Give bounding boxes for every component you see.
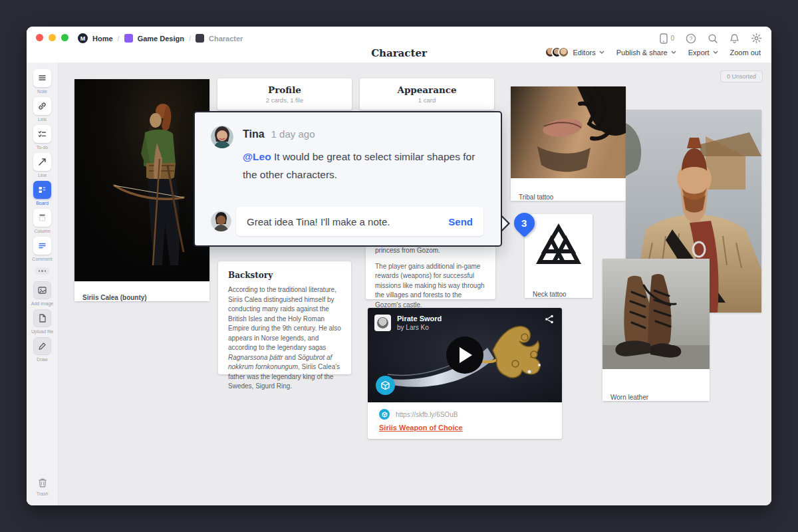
header: M Home / Game Design / Character 0 ? xyxy=(27,27,771,63)
add-image-icon xyxy=(33,281,51,299)
comment-icon xyxy=(33,237,51,255)
image-card-archer[interactable]: Siriis Calea (bounty) xyxy=(74,79,209,301)
breadcrumb-project[interactable]: Game Design xyxy=(138,35,184,43)
toolbar-item-draw[interactable]: Draw xyxy=(33,337,51,362)
svg-text:?: ? xyxy=(690,35,693,42)
mention-link[interactable]: @Leo xyxy=(243,151,271,162)
reply-field: Send xyxy=(236,207,483,236)
search-icon[interactable] xyxy=(708,33,718,44)
toolbar-label: Trash xyxy=(37,491,49,496)
toolbar-item-add-image[interactable]: Add image xyxy=(31,281,53,306)
more-tools-button[interactable] xyxy=(35,267,50,275)
settings-gear-icon[interactable] xyxy=(751,33,762,44)
embed-card-pirate-sword[interactable]: Pirate Sword by Lars Ko https://skfb.ly/… xyxy=(368,308,562,439)
popup-arrow-inner xyxy=(502,217,514,229)
sketchfab-viewer[interactable]: Pirate Sword by Lars Ko xyxy=(368,308,562,402)
toolbar-item-todo[interactable]: To-do xyxy=(33,125,51,150)
device-count: 0 xyxy=(670,35,674,42)
comment-text: It would be great to select similar shap… xyxy=(243,151,475,180)
zoom-out-button[interactable]: Zoom out xyxy=(730,49,761,57)
toolbar-label: Comment xyxy=(32,257,52,261)
toolbar-item-line[interactable]: Line xyxy=(33,153,51,178)
note-title: Backstory xyxy=(228,271,341,280)
unsorted-badge[interactable]: 0 Unsorted xyxy=(720,70,763,82)
author-avatar[interactable] xyxy=(374,315,391,331)
breadcrumb-separator: / xyxy=(189,35,191,43)
upload-file-icon xyxy=(33,309,51,327)
chevron-down-icon xyxy=(599,51,604,54)
avatar xyxy=(558,47,569,58)
breadcrumb-home[interactable]: Home xyxy=(92,35,113,43)
chevron-down-icon xyxy=(713,51,718,54)
mobile-device-icon[interactable] xyxy=(660,33,668,44)
note-paragraph: The player gains additional in-game rewa… xyxy=(375,262,486,311)
note-card-backstory[interactable]: Backstory According to the traditional l… xyxy=(218,261,351,374)
comment-timestamp: 1 day ago xyxy=(271,128,315,140)
todo-icon xyxy=(33,125,51,143)
image-caption: Worn leather xyxy=(602,385,710,401)
valknut-symbol xyxy=(534,223,583,271)
toolbar-label: Add image xyxy=(31,301,53,306)
board-icon xyxy=(33,181,51,199)
export-button[interactable]: Export xyxy=(688,49,718,57)
help-icon[interactable]: ? xyxy=(686,33,696,44)
note-icon xyxy=(33,69,51,87)
commenter-avatar xyxy=(211,126,233,148)
sketchfab-mini-icon xyxy=(379,409,390,420)
header-actions: Editors Publish & share Export Zoom out xyxy=(545,47,761,58)
zoom-out-label: Zoom out xyxy=(730,49,761,57)
left-toolbar: Note Link To-do Line Board Column xyxy=(27,63,59,505)
board-canvas[interactable]: Note Link To-do Line Board Column xyxy=(27,63,771,505)
image-card-tribal-tattoo[interactable]: Tribal tattoo xyxy=(511,86,626,201)
toolbar-item-column[interactable]: Column xyxy=(33,209,51,233)
app-logo-icon[interactable]: M xyxy=(78,33,88,43)
notifications-bell-icon[interactable] xyxy=(730,33,739,44)
boots-image xyxy=(602,259,710,369)
send-button[interactable]: Send xyxy=(448,216,473,227)
publish-label: Publish & share xyxy=(616,49,668,57)
comment-count: 3 xyxy=(521,217,527,229)
model-title: Pirate Sword xyxy=(397,315,442,323)
publish-share-button[interactable]: Publish & share xyxy=(616,49,676,57)
project-board-icon[interactable] xyxy=(124,34,133,43)
image-card-boots[interactable]: Worn leather xyxy=(602,259,710,401)
embed-title-link[interactable]: Siriis Weapon of Choice xyxy=(379,424,463,432)
share-icon[interactable] xyxy=(545,315,554,327)
toolbar-item-link[interactable]: Link xyxy=(33,97,51,122)
image-card-neck-tattoo[interactable]: Neck tattoo xyxy=(525,214,593,298)
header-title-row: Character Editors Publish & share E xyxy=(27,45,771,63)
embed-url[interactable]: https://skfb.ly/6SOuB xyxy=(396,411,458,418)
tile-meta: 2 cards, 1 file xyxy=(217,96,352,104)
traffic-lights xyxy=(36,34,68,41)
sketchfab-logo-icon[interactable] xyxy=(376,376,395,395)
toolbar-item-comment[interactable]: Comment xyxy=(32,237,52,261)
archer-image xyxy=(74,79,209,281)
toolbar-item-trash[interactable]: Trash xyxy=(27,476,58,496)
toolbar-item-note[interactable]: Note xyxy=(33,69,51,94)
toolbar-item-board[interactable]: Board xyxy=(33,181,51,205)
editors-button[interactable]: Editors xyxy=(545,47,604,58)
character-board-icon[interactable] xyxy=(196,34,204,43)
editor-avatars xyxy=(545,47,569,58)
toolbar-label: Line xyxy=(38,173,47,178)
maximize-button[interactable] xyxy=(61,34,68,41)
app-window: M Home / Game Design / Character 0 ? xyxy=(27,27,771,505)
close-button[interactable] xyxy=(36,34,43,41)
image-caption: Neck tattoo xyxy=(525,285,593,298)
play-button[interactable] xyxy=(446,336,483,374)
board-tile-profile[interactable]: Profile 2 cards, 1 file xyxy=(217,78,352,110)
trash-icon xyxy=(36,476,49,489)
reply-input[interactable] xyxy=(247,216,448,227)
board-tile-appearance[interactable]: Appearance 1 card xyxy=(360,78,494,110)
draw-pencil-icon xyxy=(33,337,51,355)
backstory-text: According to the traditional literature,… xyxy=(228,286,341,351)
toolbar-item-upload-file[interactable]: Upload file xyxy=(31,309,53,334)
minimize-button[interactable] xyxy=(49,34,56,41)
comment-author: Tina1 day ago xyxy=(243,128,315,140)
tile-meta: 1 card xyxy=(360,96,494,104)
toolbar-label: Note xyxy=(37,89,47,94)
author-name: Tina xyxy=(243,128,265,140)
note-line: princess from Gozom. xyxy=(375,246,486,256)
note-paragraph: According to the traditional literature,… xyxy=(228,285,341,392)
tile-title: Profile xyxy=(217,84,352,95)
